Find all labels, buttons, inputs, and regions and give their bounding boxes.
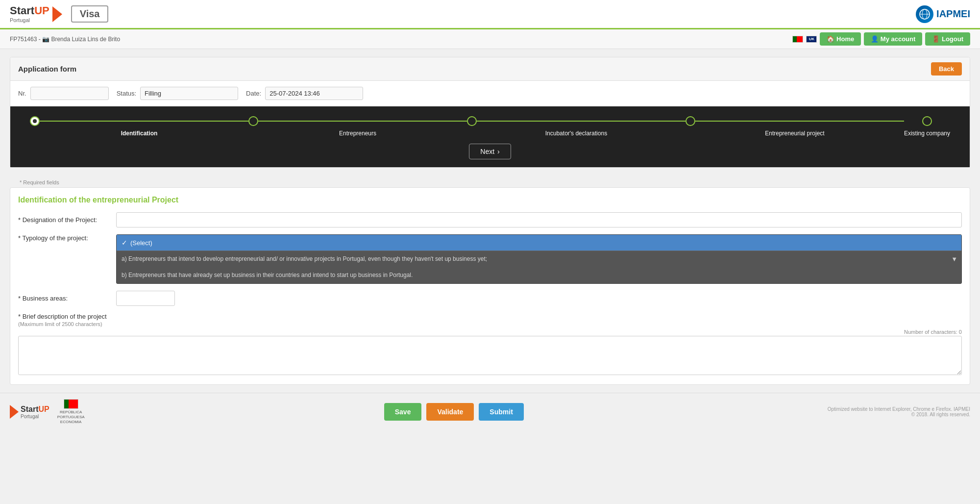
next-button[interactable]: Next › — [469, 144, 511, 159]
business-areas-row: * Business areas: — [18, 291, 962, 306]
startup-arrow-icon — [52, 6, 62, 22]
iapmei-circle-icon — [916, 5, 933, 23]
chevron-right-icon: › — [497, 148, 500, 155]
status-group: Status: — [117, 87, 238, 100]
typology-option-b[interactable]: b) Entrepreneurs that have already set u… — [117, 267, 961, 283]
iapmei-label: IAPMEI — [936, 8, 970, 20]
typology-row: * Typology of the project: ✓ (Select) ▼ … — [18, 234, 962, 284]
save-button[interactable]: Save — [384, 403, 422, 421]
step-incubator[interactable]: Incubator's declarations — [467, 116, 686, 137]
flag-portugal-icon[interactable] — [792, 36, 803, 43]
main-content: Application form Back Nr. Status: Date: — [0, 49, 980, 393]
designation-row: * Designation of the Project: — [18, 212, 962, 227]
home-button[interactable]: 🏠 Home — [820, 32, 861, 46]
char-count: Number of characters: 0 — [18, 329, 962, 335]
brief-desc-label: * Brief description of the project — [18, 313, 962, 320]
sub-header: FP751463 - 📷 Brenda Luiza Lins de Brito … — [0, 29, 980, 49]
brief-desc-textarea[interactable] — [18, 336, 962, 375]
user-info: FP751463 - 📷 Brenda Luiza Lins de Brito — [10, 36, 120, 43]
footer-buttons: Save Validate Submit — [384, 403, 524, 421]
typology-option-a[interactable]: a) Entrepreneurs that intend to develop … — [117, 251, 961, 267]
footer: StartUP Portugal REPÚBLICAPORTUGUESAECON… — [0, 393, 980, 431]
visa-badge: Visa — [71, 5, 109, 23]
step-label-2: Entrepreneurs — [339, 130, 376, 137]
step-existing-company[interactable]: Existing company — [904, 116, 950, 137]
nr-input[interactable] — [30, 87, 109, 100]
date-label: Date: — [246, 90, 261, 97]
designation-label: * Designation of the Project: — [18, 216, 116, 224]
typology-dropdown[interactable]: ✓ (Select) ▼ a) Entrepreneurs that inten… — [116, 234, 962, 284]
status-label: Status: — [117, 90, 136, 97]
step-line-3 — [477, 121, 686, 122]
logout-button[interactable]: 🚪 Logout — [925, 32, 970, 46]
stepper-container: Identification Entrepreneurs — [10, 106, 970, 167]
startup-portugal-text: Portugal — [10, 17, 49, 23]
header: StartUP Portugal Visa IAPMEI — [0, 0, 980, 29]
startup-logo-text: StartUP Portugal — [10, 5, 49, 23]
status-input — [140, 87, 238, 100]
step-line-4 — [695, 121, 904, 122]
startup-logo: StartUP Portugal — [10, 5, 62, 23]
date-input — [265, 87, 363, 100]
dropdown-arrow-icon: ▼ — [951, 255, 957, 263]
iapmei-logo: IAPMEI — [916, 5, 970, 23]
home-icon: 🏠 — [827, 35, 834, 43]
typology-label: * Typology of the project: — [18, 234, 116, 242]
step-circle-2 — [248, 116, 258, 126]
footer-arrow-icon — [10, 405, 19, 419]
form-card-header: Application form Back — [10, 57, 970, 81]
required-note: * Required fields — [10, 176, 970, 187]
step-label-4: Entrepreneurial project — [765, 130, 824, 137]
step-circle-3 — [467, 116, 477, 126]
designation-input[interactable] — [116, 212, 962, 227]
brief-desc-section: * Brief description of the project (Maxi… — [18, 313, 962, 377]
brief-desc-sublabel: (Maximum limit of 2500 characters) — [18, 321, 962, 327]
step-label-5: Existing company — [904, 130, 950, 137]
flag-uk-icon[interactable]: UK — [806, 36, 817, 43]
business-areas-input[interactable] — [116, 291, 175, 306]
step-label-3: Incubator's declarations — [545, 130, 607, 137]
check-icon: ✓ — [122, 239, 127, 247]
republica-text: REPÚBLICAPORTUGUESAECONOMIA — [57, 410, 85, 425]
step-circle-4 — [686, 116, 695, 126]
step-circle-5 — [922, 116, 932, 126]
date-group: Date: — [246, 87, 363, 100]
step-circle-1 — [30, 116, 40, 126]
nr-group: Nr. — [18, 87, 109, 100]
back-button[interactable]: Back — [931, 62, 962, 76]
submit-button[interactable]: Submit — [479, 403, 523, 421]
header-right: IAPMEI — [916, 5, 970, 23]
step-line-1 — [40, 121, 248, 122]
footer-left: StartUP Portugal REPÚBLICAPORTUGUESAECON… — [10, 399, 85, 425]
republica-logo: REPÚBLICAPORTUGUESAECONOMIA — [57, 399, 85, 425]
identification-section: Identification of the entrepreneurial Pr… — [10, 187, 970, 385]
step-line-2 — [258, 121, 467, 122]
stepper: Identification Entrepreneurs — [30, 116, 950, 137]
account-icon: 👤 — [871, 35, 879, 43]
header-logo-group: StartUP Portugal Visa — [10, 5, 108, 23]
step-entrepreneurial[interactable]: Entrepreneurial project — [686, 116, 904, 137]
footer-startup-logo: StartUP Portugal — [10, 405, 49, 419]
application-form-card: Application form Back Nr. Status: Date: — [10, 57, 970, 168]
logout-icon: 🚪 — [932, 35, 940, 43]
my-account-button[interactable]: 👤 My account — [864, 32, 922, 46]
application-form-title: Application form — [18, 65, 76, 73]
republica-flag-icon — [64, 399, 78, 409]
nav-buttons: UK 🏠 Home 👤 My account 🚪 Logout — [792, 32, 970, 46]
footer-copyright: Optimized website to Internet Explorer, … — [823, 406, 970, 417]
typology-selected-text: (Select) — [130, 239, 152, 247]
typology-options-list: a) Entrepreneurs that intend to develop … — [117, 251, 961, 283]
typology-dropdown-open: ✓ (Select) ▼ a) Entrepreneurs that inten… — [116, 234, 962, 284]
section-title: Identification of the entrepreneurial Pr… — [18, 196, 962, 204]
footer-logo-text: StartUP Portugal — [21, 405, 49, 419]
business-areas-label: * Business areas: — [18, 295, 116, 302]
form-meta-row: Nr. Status: Date: — [10, 81, 970, 106]
step-entrepreneurs[interactable]: Entrepreneurs — [248, 116, 467, 137]
nr-label: Nr. — [18, 90, 26, 97]
stepper-nav: Next › — [30, 144, 950, 159]
typology-selected-option[interactable]: ✓ (Select) ▼ — [117, 235, 961, 251]
validate-button[interactable]: Validate — [426, 403, 474, 421]
step-label-1: Identification — [121, 130, 158, 137]
step-identification[interactable]: Identification — [30, 116, 248, 137]
